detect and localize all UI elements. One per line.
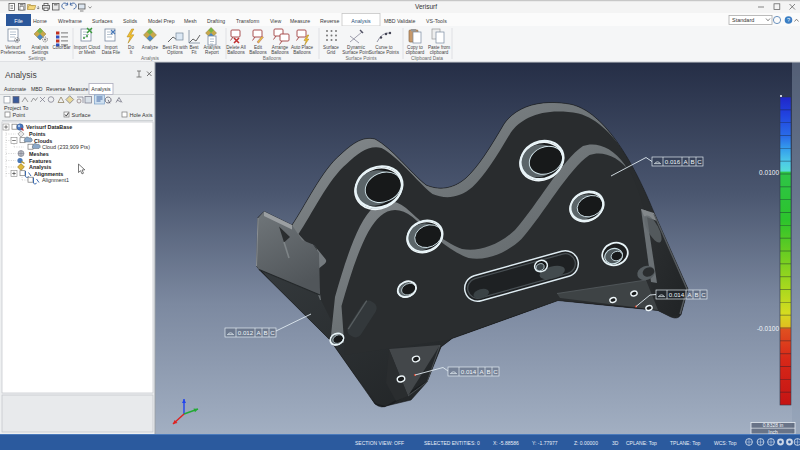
svg-text:Arrange: Arrange xyxy=(272,45,289,50)
svg-text:ColorBar: ColorBar xyxy=(52,45,71,50)
svg-text:Paste from: Paste from xyxy=(428,45,450,50)
svg-text:Surface: Surface xyxy=(72,112,91,118)
svg-text:Fit: Fit xyxy=(191,50,197,55)
svg-text:WCS: Top: WCS: Top xyxy=(714,440,737,446)
svg-text:CPLANE: Top: CPLANE: Top xyxy=(626,440,657,446)
svg-text:Mesh: Mesh xyxy=(184,18,197,24)
svg-text:Curve to: Curve to xyxy=(375,45,393,50)
svg-text:SECTION VIEW: OFF: SECTION VIEW: OFF xyxy=(355,440,404,446)
svg-text:Home: Home xyxy=(33,18,47,24)
svg-text:Data File: Data File xyxy=(102,50,121,55)
svg-text:Do: Do xyxy=(128,45,134,50)
svg-text:Clouds: Clouds xyxy=(34,138,52,144)
svg-text:Import: Import xyxy=(104,45,118,50)
svg-text:Z: 0.00000: Z: 0.00000 xyxy=(574,440,598,446)
svg-text:clipboard: clipboard xyxy=(430,50,449,55)
svg-text:Analyze: Analyze xyxy=(142,45,159,50)
svg-text:B: B xyxy=(690,158,694,165)
svg-text:Best Fit with: Best Fit with xyxy=(162,45,187,50)
svg-text:Balloons: Balloons xyxy=(271,50,289,55)
svg-text:Hole Axis: Hole Axis xyxy=(130,112,153,118)
svg-text:Analysis: Analysis xyxy=(29,164,51,170)
svg-text:Import Cloud: Import Cloud xyxy=(74,45,101,50)
svg-text:Meshes: Meshes xyxy=(29,151,49,157)
svg-text:Automate: Automate xyxy=(4,86,26,92)
svg-text:Point: Point xyxy=(13,112,26,118)
svg-text:Alignment1: Alignment1 xyxy=(42,177,69,183)
svg-text:B: B xyxy=(263,329,267,336)
svg-text:VS-Tools: VS-Tools xyxy=(426,18,447,24)
svg-text:Surface Points: Surface Points xyxy=(345,56,377,61)
svg-text:Surface Points: Surface Points xyxy=(369,50,400,55)
svg-text:B: B xyxy=(486,368,490,375)
svg-text:C: C xyxy=(701,291,706,298)
svg-text:Clipboard Data: Clipboard Data xyxy=(411,56,443,61)
svg-text:View: View xyxy=(270,18,281,24)
svg-text:0.8328 in: 0.8328 in xyxy=(763,422,784,428)
svg-text:0.014: 0.014 xyxy=(669,291,685,298)
svg-text:Analysis: Analysis xyxy=(141,56,159,61)
svg-text:-0.0100: -0.0100 xyxy=(757,325,779,332)
svg-text:Measure: Measure xyxy=(68,86,88,92)
svg-text:Copy to: Copy to xyxy=(407,45,423,50)
svg-text:File: File xyxy=(14,18,23,24)
svg-text:X: -5.88586: X: -5.88586 xyxy=(493,440,519,446)
svg-text:0.014: 0.014 xyxy=(461,368,477,375)
svg-text:Verisurf DataBase: Verisurf DataBase xyxy=(26,124,72,130)
svg-text:MBD: MBD xyxy=(31,86,43,92)
svg-text:Analysis: Analysis xyxy=(5,70,37,80)
svg-text:C: C xyxy=(270,329,275,336)
svg-text:Project To: Project To xyxy=(4,105,28,111)
svg-text:Surface: Surface xyxy=(323,45,339,50)
svg-text:Surface Point: Surface Point xyxy=(342,50,370,55)
svg-text:0.0100: 0.0100 xyxy=(759,169,779,176)
svg-text:Drafting: Drafting xyxy=(207,18,225,24)
svg-text:Balloons: Balloons xyxy=(227,50,245,55)
svg-text:Points: Points xyxy=(29,131,45,137)
svg-text:?: ? xyxy=(787,17,790,23)
svg-text:Preferences: Preferences xyxy=(1,50,26,55)
svg-text:Inch: Inch xyxy=(768,429,778,435)
svg-text:3D: 3D xyxy=(612,440,619,446)
svg-text:Y: -1.77977: Y: -1.77977 xyxy=(532,440,558,446)
svg-text:Cloud (233,909 Pts): Cloud (233,909 Pts) xyxy=(42,144,90,150)
svg-text:Measure: Measure xyxy=(290,18,310,24)
svg-text:C: C xyxy=(697,158,702,165)
svg-text:Reverse: Reverse xyxy=(46,86,65,92)
svg-text:Analysis: Analysis xyxy=(91,86,111,92)
svg-text:or Mesh: or Mesh xyxy=(79,50,96,55)
svg-text:Reverse: Reverse xyxy=(320,18,339,24)
svg-text:Standard: Standard xyxy=(732,17,754,23)
svg-text:Solids: Solids xyxy=(123,18,138,24)
svg-text:Analysis: Analysis xyxy=(351,18,371,24)
svg-text:C: C xyxy=(493,368,498,375)
svg-text:Verisurf: Verisurf xyxy=(415,3,437,10)
svg-text:Wireframe: Wireframe xyxy=(58,18,82,24)
svg-text:Transform: Transform xyxy=(236,18,259,24)
svg-text:Auto Place: Auto Place xyxy=(291,45,314,50)
svg-text:Surfaces: Surfaces xyxy=(92,18,113,24)
svg-text:Options: Options xyxy=(167,50,184,55)
svg-text:Alignments: Alignments xyxy=(34,171,63,177)
svg-text:Verisurf: Verisurf xyxy=(5,45,21,50)
svg-text:0.016: 0.016 xyxy=(665,158,681,165)
svg-text:Edit: Edit xyxy=(254,45,263,50)
svg-text:Best: Best xyxy=(189,45,199,50)
svg-text:Model Prep: Model Prep xyxy=(148,18,175,24)
svg-text:Analysis: Analysis xyxy=(203,45,221,50)
svg-text:Settings: Settings xyxy=(32,50,49,55)
svg-text:SELECTED ENTITIES: 0: SELECTED ENTITIES: 0 xyxy=(424,440,480,446)
svg-text:Balloons: Balloons xyxy=(263,56,282,61)
svg-text:TPLANE: Top: TPLANE: Top xyxy=(670,440,700,446)
svg-text:Features: Features xyxy=(29,158,51,164)
svg-text:MBD Validate: MBD Validate xyxy=(384,18,415,24)
svg-text:Report: Report xyxy=(205,50,220,55)
svg-text:Balloons: Balloons xyxy=(293,50,311,55)
svg-text:Analysis: Analysis xyxy=(31,45,49,50)
svg-text:clipboard: clipboard xyxy=(406,50,425,55)
svg-text:Balloons: Balloons xyxy=(249,50,267,55)
svg-text:Grid: Grid xyxy=(327,50,336,55)
svg-text:0.012: 0.012 xyxy=(238,329,254,336)
svg-text:Delete All: Delete All xyxy=(226,45,245,50)
svg-text:B: B xyxy=(694,291,698,298)
